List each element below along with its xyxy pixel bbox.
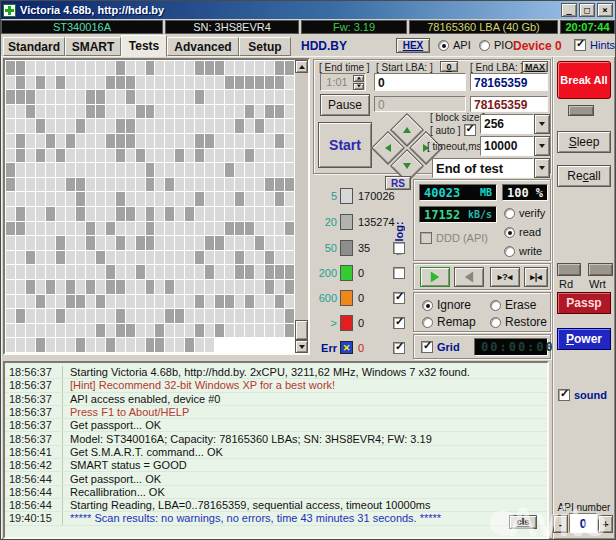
end-lba-max-button[interactable]: MAX [522, 61, 548, 72]
auto-checkbox-box[interactable] [464, 124, 476, 136]
end-action-drop-icon[interactable] [534, 158, 550, 178]
to-log-checkbox[interactable] [393, 317, 405, 329]
scan-forward-button[interactable] [420, 267, 450, 287]
hdd-by-link[interactable]: HDD.BY [301, 39, 347, 53]
ddd-checkbox[interactable]: DDD (API) [420, 232, 488, 244]
scan-block [146, 76, 155, 90]
scan-backward-button[interactable] [454, 267, 484, 287]
scan-block [66, 338, 75, 352]
scan-block [185, 90, 194, 104]
maximize-button[interactable]: □ [579, 3, 595, 17]
jump-to-error-button[interactable]: ▸?◂ [490, 267, 520, 287]
auto-checkbox[interactable]: [ auto ] [430, 124, 476, 136]
api-radio-circle[interactable] [438, 40, 449, 51]
verify-radio[interactable]: verify [504, 207, 545, 219]
scan-block [126, 338, 135, 352]
remap-radio-circle[interactable] [422, 317, 433, 328]
jump-to-end-button[interactable]: ▸|◂ [524, 267, 548, 287]
sound-checkbox-box[interactable] [558, 389, 570, 401]
hints-checkbox-box[interactable] [574, 39, 586, 51]
start-lba-input[interactable]: 0 [374, 73, 466, 91]
timeout-label: [ timeout,ms ] [427, 141, 487, 152]
close-button[interactable]: × [597, 3, 613, 17]
scan-block [205, 222, 214, 236]
scan-block [56, 280, 65, 294]
cls-button[interactable]: cls [509, 515, 537, 529]
scan-block [195, 280, 204, 294]
scan-block [165, 324, 174, 338]
write-led [588, 263, 613, 276]
hex-button[interactable]: HEX [396, 38, 430, 53]
pio-radio[interactable]: PIO [479, 39, 513, 51]
write-radio[interactable]: write [504, 245, 542, 257]
scan-block [76, 119, 85, 133]
end-time-spinner[interactable]: 1:01 [320, 73, 366, 91]
tab-tests[interactable]: Tests [121, 35, 167, 57]
passp-button[interactable]: Passp [557, 292, 611, 314]
end-lba-input[interactable]: 78165359 [470, 73, 548, 91]
scan-block [26, 105, 35, 119]
grid-checkbox[interactable]: Grid [421, 341, 460, 353]
tab-advanced[interactable]: Advanced [167, 37, 239, 56]
tab-smart[interactable]: SMART [65, 37, 121, 56]
sleep-button[interactable]: Sleep [557, 131, 611, 153]
api-number-plus-button[interactable]: + [598, 515, 613, 533]
scan-block [76, 207, 85, 221]
scan-block [86, 61, 95, 75]
scan-block [26, 207, 35, 221]
to-log-checkbox[interactable] [393, 342, 405, 354]
scan-block [86, 265, 95, 279]
sound-checkbox[interactable]: sound [558, 389, 607, 401]
scan-block [36, 61, 45, 75]
end-lba-label: [ End LBA: ] [470, 62, 523, 73]
block-size-drop-icon[interactable] [534, 114, 550, 134]
restore-radio[interactable]: Restore [490, 315, 547, 329]
read-radio-circle[interactable] [504, 227, 515, 238]
scan-block [66, 119, 75, 133]
end-time-down-icon[interactable] [353, 83, 364, 90]
erase-radio[interactable]: Erase [490, 298, 536, 312]
start-button[interactable]: Start [318, 122, 372, 168]
scan-block [215, 134, 224, 148]
end-time-up-icon[interactable] [353, 75, 364, 82]
to-log-checkbox[interactable] [393, 267, 405, 279]
restore-radio-circle[interactable] [490, 317, 501, 328]
api-number-minus-button[interactable]: - [553, 515, 568, 533]
tab-standard[interactable]: Standard [3, 37, 65, 56]
ignore-radio[interactable]: Ignore [422, 298, 471, 312]
grid-scrollbar[interactable] [295, 60, 308, 353]
timeout-drop-icon[interactable] [534, 136, 550, 156]
write-radio-circle[interactable] [504, 246, 515, 257]
grid-scroll-thumb[interactable] [295, 320, 308, 340]
scan-block [46, 251, 55, 265]
remap-radio[interactable]: Remap [422, 315, 476, 329]
scan-block [175, 207, 184, 221]
scan-block [146, 236, 155, 250]
to-log-checkbox[interactable] [393, 242, 405, 254]
grid-checkbox-box[interactable] [421, 341, 433, 353]
api-radio[interactable]: API [438, 39, 471, 51]
verify-radio-circle[interactable] [504, 208, 515, 219]
erase-radio-circle[interactable] [490, 300, 501, 311]
scan-block [195, 236, 204, 250]
hints-checkbox[interactable]: Hints [574, 39, 615, 51]
tab-setup[interactable]: Setup [239, 37, 291, 56]
minimize-button[interactable]: _ [561, 3, 577, 17]
read-radio[interactable]: read [504, 226, 541, 238]
recall-button[interactable]: Recall [557, 165, 611, 187]
end-action-combo[interactable]: End of test [432, 158, 550, 178]
pio-radio-circle[interactable] [479, 40, 490, 51]
scan-block [265, 178, 274, 192]
power-button[interactable]: Power [557, 328, 611, 350]
grid-scroll-up-icon[interactable] [295, 60, 308, 73]
grid-scroll-down-icon[interactable] [295, 340, 308, 353]
ignore-radio-circle[interactable] [422, 300, 433, 311]
pause-button[interactable]: Pause [320, 94, 370, 116]
block-size-combo[interactable]: 256 [480, 114, 550, 134]
timing-label: 200 [311, 267, 337, 279]
start-lba-zero-button[interactable]: 0 [440, 61, 458, 72]
timeout-combo[interactable]: 10000 [480, 136, 550, 156]
break-all-button[interactable]: Break All [557, 61, 611, 99]
to-log-checkbox[interactable] [393, 292, 405, 304]
ddd-checkbox-box[interactable] [420, 232, 432, 244]
